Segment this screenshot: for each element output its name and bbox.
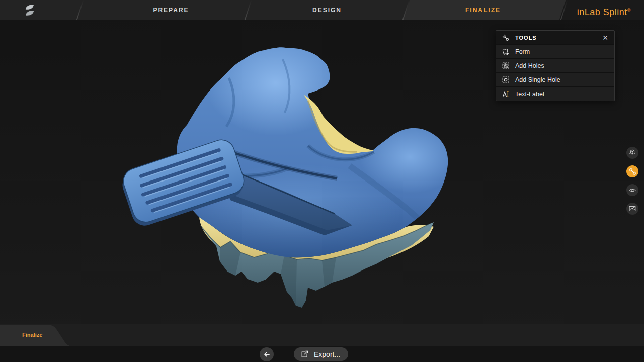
tools-button[interactable] [626,165,638,177]
nav-step-prepare[interactable]: PREPARE [121,0,221,20]
tool-item-label: Form [515,48,530,55]
holes-grid-icon [500,62,511,70]
tools-panel-header: TOOLS ✕ [496,31,614,44]
arrow-left-icon [263,350,271,358]
snapshot-icon [628,204,637,213]
nav-separator [245,0,252,20]
snapshot-button[interactable] [626,203,638,215]
tool-item-form[interactable]: Form [496,44,614,58]
eye-icon [628,186,637,195]
single-hole-icon [500,76,511,84]
side-toolbar [626,147,638,215]
phase-tab[interactable] [0,324,86,346]
tooth-cursor-icon [500,48,511,56]
tool-item-add-holes[interactable]: Add Holes [496,58,614,72]
tool-item-label: Add Single Hole [515,76,560,83]
nav-step-finalize[interactable]: FINALIZE [433,0,533,20]
tool-item-add-single-hole[interactable]: Add Single Hole [496,72,614,86]
text-cursor-icon [500,90,511,98]
registered-mark: ® [627,8,631,13]
bottom-bar: Export... [0,346,644,362]
export-icon [300,349,309,359]
wrench-icon [500,34,511,42]
tool-item-label: Text-Label [515,90,544,98]
dentsply-sirona-logo [22,3,37,20]
nav-step-design[interactable]: DESIGN [277,0,377,20]
phase-tab-label: Finalize [22,324,42,346]
tool-item-label: Add Holes [515,62,544,69]
tools-panel-title: TOOLS [515,35,600,41]
export-button[interactable]: Export... [294,347,348,361]
tools-panel: TOOLS ✕ Form [496,30,615,101]
tool-item-text-label[interactable]: Text-Label [496,86,614,101]
nav-separator [76,0,84,20]
view-cube-button[interactable] [626,147,638,159]
back-button[interactable] [260,347,274,361]
export-button-label: Export... [314,350,340,358]
wrench-icon [628,167,637,176]
app-title: inLab Splint® [577,0,631,20]
cube-3d-icon [628,148,637,157]
top-bar: PREPARE DESIGN FINALIZE inLab Splint® [0,0,644,20]
close-icon[interactable]: ✕ [600,33,610,42]
phase-strip: Finalize [0,324,644,346]
visibility-button[interactable] [626,184,638,196]
viewport-3d[interactable]: TOOLS ✕ Form [0,20,644,346]
